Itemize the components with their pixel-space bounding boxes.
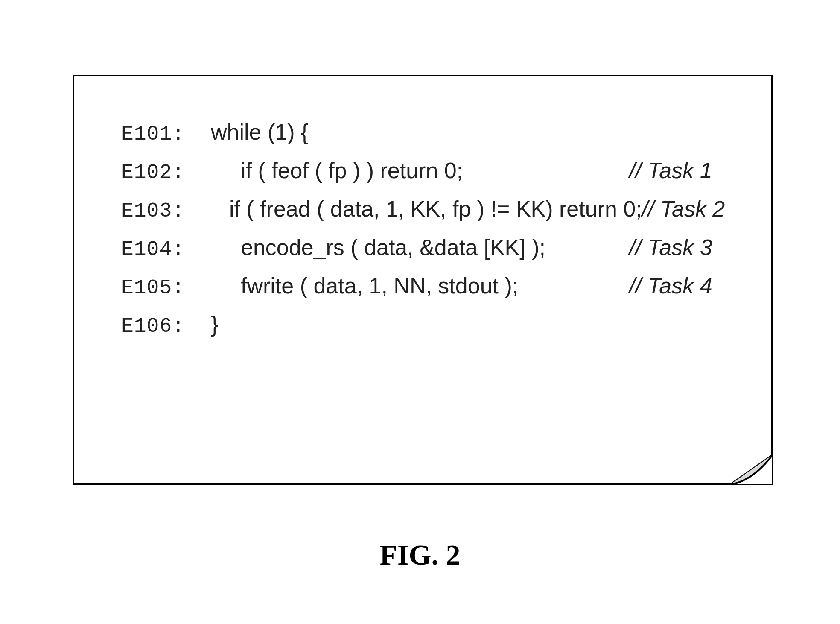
- line-number: E105:: [121, 276, 211, 299]
- code-text: if ( feof ( fp ) ) return 0;: [211, 158, 629, 183]
- code-row: E103: if ( fread ( data, 1, KK, fp ) != …: [121, 196, 727, 234]
- code-text: if ( fread ( data, 1, KK, fp ) != KK) re…: [199, 196, 642, 222]
- code-row: E104: encode_rs ( data, &data [KK] ); //…: [121, 234, 727, 273]
- code-row: E106: }: [121, 311, 727, 350]
- figure-caption: FIG. 2: [0, 538, 840, 572]
- line-number: E106:: [121, 315, 211, 338]
- code-text: }: [211, 311, 629, 337]
- code-row: E102: if ( feof ( fp ) ) return 0; // Ta…: [121, 158, 727, 196]
- code-row: E105: fwrite ( data, 1, NN, stdout ); //…: [121, 273, 727, 311]
- code-comment: // Task 1: [629, 158, 727, 183]
- line-number: E104:: [121, 238, 211, 261]
- page-curl-icon: [730, 455, 773, 485]
- code-text: encode_rs ( data, &data [KK] );: [211, 234, 629, 260]
- code-listing-panel: E101: while (1) { E102: if ( feof ( fp )…: [73, 75, 773, 485]
- code-row: E101: while (1) {: [121, 119, 727, 158]
- code-comment: // Task 2: [642, 196, 727, 222]
- code-text: while (1) {: [211, 119, 629, 145]
- line-number: E103:: [121, 199, 199, 223]
- code-comment: // Task 3: [629, 234, 727, 260]
- line-number: E102:: [121, 161, 211, 184]
- line-number: E101:: [121, 123, 211, 146]
- code-text: fwrite ( data, 1, NN, stdout );: [211, 273, 629, 299]
- code-comment: // Task 4: [629, 273, 727, 299]
- code-listing: E101: while (1) { E102: if ( feof ( fp )…: [121, 119, 727, 350]
